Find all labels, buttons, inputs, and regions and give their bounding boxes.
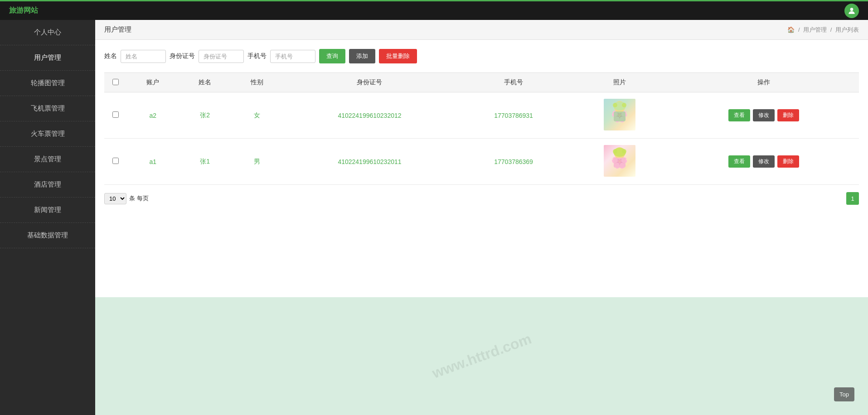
page-title: 用户管理 [104,25,131,34]
row2-check [104,139,127,185]
query-button[interactable]: 查询 [319,49,345,63]
row2-edit-btn[interactable]: 修改 [753,155,775,168]
page-1-button[interactable]: 1 [846,192,859,205]
row2-delete-btn[interactable]: 删除 [777,155,799,168]
row1-edit-btn[interactable]: 修改 [753,109,775,121]
th-actions: 操作 [668,73,859,92]
phone-input[interactable] [270,50,315,63]
id-input[interactable] [199,50,244,63]
th-check [104,73,127,92]
layout: 个人中心 用户管理 轮播图管理 飞机票管理 火车票管理 景点管理 酒店管理 新闻… [0,20,868,415]
breadcrumb-user-mgmt[interactable]: 用户管理 [803,26,827,33]
breadcrumb-sep1: / [798,26,801,33]
row2-idcard: 410224199610232011 [283,139,456,185]
row2-checkbox[interactable] [112,158,119,164]
main-content: 用户管理 🏠 / 用户管理 / 用户列表 姓名 身份证号 手机号 查询 添加 [95,20,868,415]
sidebar-item-carousel[interactable]: 轮播图管理 [0,71,95,96]
sidebar-item-train[interactable]: 火车票管理 [0,121,95,147]
svg-point-10 [622,149,626,154]
row1-photo [571,92,668,139]
row2-name: 张1 [179,139,231,185]
th-account: 账户 [127,73,179,92]
row2-gender: 男 [231,139,283,185]
row1-delete-btn[interactable]: 删除 [777,109,799,121]
sidebar-item-scenic[interactable]: 景点管理 [0,147,95,172]
name-input[interactable] [121,50,166,63]
top-button[interactable]: Top [834,387,854,401]
svg-point-0 [850,8,853,11]
row2-phone: 17703786369 [456,139,571,185]
sidebar-item-hotel[interactable]: 酒店管理 [0,172,95,198]
add-button[interactable]: 添加 [349,49,375,63]
th-photo: 照片 [571,73,668,92]
row1-actions: 查看 修改 删除 [668,92,859,139]
header: 旅游网站 [0,0,868,20]
home-icon[interactable]: 🏠 [787,26,795,33]
th-idcard: 身份证号 [283,73,456,92]
row1-account: a2 [127,92,179,139]
bulk-delete-button[interactable]: 批量删除 [379,49,417,63]
row1-photo-img [604,99,635,130]
user-avatar-icon[interactable] [844,4,859,18]
table-header-row: 账户 姓名 性别 身份证号 手机号 照片 操作 [104,73,859,92]
footer-area: www.httrd.com [95,297,868,415]
sidebar-item-user[interactable]: 用户管理 [0,45,95,71]
row1-view-btn[interactable]: 查看 [728,109,750,121]
row2-actions: 查看 修改 删除 [668,139,859,185]
row1-idcard: 410224199610232012 [283,92,456,139]
topbar: 用户管理 🏠 / 用户管理 / 用户列表 [95,20,868,40]
per-page-label: 条 每页 [129,194,149,203]
table-row: a1 张1 男 410224199610232011 17703786369 [104,139,859,185]
row1-checkbox[interactable] [112,111,119,118]
content-area: 姓名 身份证号 手机号 查询 添加 批量删除 账户 [95,40,868,297]
sidebar: 个人中心 用户管理 轮播图管理 飞机票管理 火车票管理 景点管理 酒店管理 新闻… [0,20,95,415]
id-label: 身份证号 [170,52,195,60]
row1-check [104,92,127,139]
row2-photo-img [604,145,635,177]
sidebar-item-flight[interactable]: 飞机票管理 [0,96,95,121]
row2-account: a1 [127,139,179,185]
row2-action-group: 查看 修改 删除 [673,155,854,168]
search-bar: 姓名 身份证号 手机号 查询 添加 批量删除 [104,49,859,63]
user-table: 账户 姓名 性别 身份证号 手机号 照片 操作 [104,72,859,185]
name-label: 姓名 [104,52,117,60]
svg-rect-7 [614,158,626,168]
select-all-checkbox[interactable] [112,79,119,85]
row1-action-group: 查看 修改 删除 [673,109,854,121]
per-page-select: 10 20 50 条 每页 [104,193,149,204]
sidebar-item-personal[interactable]: 个人中心 [0,20,95,45]
th-name: 姓名 [179,73,231,92]
pagination-area: 10 20 50 条 每页 1 [104,192,859,205]
breadcrumb: 🏠 / 用户管理 / 用户列表 [787,26,859,34]
row2-view-btn[interactable]: 查看 [728,155,750,168]
row1-gender: 女 [231,92,283,139]
svg-point-9 [613,149,617,154]
svg-rect-2 [614,111,626,121]
table-row: a2 张2 女 410224199610232012 17703786931 [104,92,859,139]
th-gender: 性别 [231,73,283,92]
svg-point-4 [613,103,617,107]
th-phone: 手机号 [456,73,571,92]
per-page-dropdown[interactable]: 10 20 50 [104,193,126,204]
site-title: 旅游网站 [9,6,38,15]
row1-phone: 17703786931 [456,92,571,139]
breadcrumb-user-list: 用户列表 [835,26,859,33]
phone-label: 手机号 [247,52,267,60]
breadcrumb-sep2: / [830,26,834,33]
sidebar-item-news[interactable]: 新闻管理 [0,198,95,223]
watermark: www.httrd.com [430,330,533,381]
row1-name: 张2 [179,92,231,139]
svg-point-5 [622,103,626,107]
sidebar-item-basic[interactable]: 基础数据管理 [0,223,95,248]
row2-photo [571,139,668,185]
